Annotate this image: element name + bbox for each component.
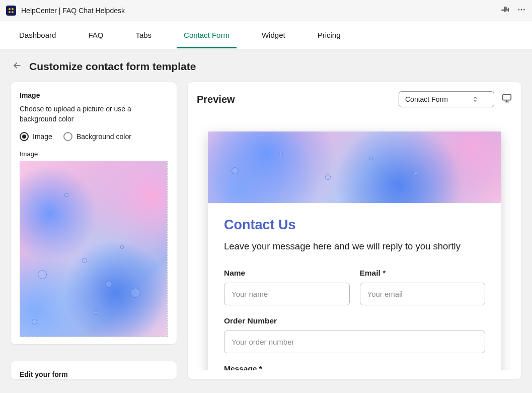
contact-form-preview: Contact Us Leave your message here and w…: [208, 132, 501, 370]
radio-bg-label: Background color: [77, 133, 131, 141]
form-body: Contact Us Leave your message here and w…: [208, 203, 501, 370]
more-icon[interactable]: [517, 5, 526, 16]
svg-point-1: [12, 8, 14, 10]
radio-image-label: Image: [33, 133, 52, 141]
svg-rect-8: [503, 95, 511, 100]
name-label: Name: [224, 269, 350, 278]
edit-form-card: Edit your form: [10, 361, 177, 380]
svg-point-5: [518, 9, 519, 10]
back-icon[interactable]: [12, 60, 22, 73]
topbar-left: HelpCenter | FAQ Chat Helpdesk: [6, 6, 125, 16]
tab-widget[interactable]: Widget: [255, 22, 292, 48]
preview-scroll[interactable]: Contact Us Leave your message here and w…: [197, 116, 512, 370]
section-title: Image: [20, 91, 168, 99]
form-sub: Leave your message here and we will repl…: [224, 240, 485, 253]
image-settings-card: Image Choose to upload a picture or use …: [10, 82, 177, 345]
form-row: Message *: [224, 364, 485, 370]
svg-point-3: [12, 11, 14, 13]
name-field-wrap: Name: [224, 269, 350, 305]
upload-label: Image: [20, 150, 168, 158]
order-input[interactable]: [224, 331, 485, 353]
tab-faq[interactable]: FAQ: [81, 22, 110, 48]
order-field-wrap: Order Number: [224, 316, 485, 353]
form-row: Name Email *: [224, 269, 485, 305]
image-decorative-bubbles: [20, 161, 167, 337]
pin-icon[interactable]: [501, 5, 510, 16]
select-chevron-icon: [472, 96, 479, 103]
message-field-wrap: Message *: [224, 364, 485, 370]
svg-point-6: [521, 9, 522, 10]
app-logo: [6, 6, 16, 16]
radio-image[interactable]: Image: [20, 132, 52, 141]
radio-dot-icon: [20, 132, 29, 141]
email-field-wrap: Email *: [360, 269, 486, 305]
tab-dashboard[interactable]: Dashboard: [12, 22, 63, 48]
image-mode-radio-group: Image Background color: [20, 132, 168, 141]
content: Image Choose to upload a picture or use …: [0, 82, 532, 390]
left-column: Image Choose to upload a picture or use …: [10, 82, 177, 380]
svg-point-7: [523, 9, 525, 10]
email-label: Email *: [360, 269, 486, 278]
section-subtitle: Choose to upload a picture or use a back…: [20, 104, 168, 124]
radio-background-color[interactable]: Background color: [63, 132, 131, 141]
topbar: HelpCenter | FAQ Chat Helpdesk: [0, 0, 532, 21]
section-title: Edit your form: [20, 370, 168, 378]
form-row: Order Number: [224, 316, 485, 353]
image-upload-box[interactable]: [20, 161, 168, 337]
preview-card: Preview Contact Form: [187, 82, 522, 380]
tabs-bar: Dashboard FAQ Tabs Contact Form Widget P…: [0, 21, 532, 49]
topbar-right: [501, 5, 526, 16]
tab-contact-form[interactable]: Contact Form: [177, 22, 237, 48]
name-input[interactable]: [224, 283, 350, 305]
desktop-device-icon[interactable]: [501, 93, 512, 106]
svg-point-2: [9, 11, 11, 13]
app-title: HelpCenter | FAQ Chat Helpdesk: [21, 7, 125, 15]
form-heading: Contact Us: [224, 217, 485, 233]
page-title: Customize contact form template: [29, 60, 196, 73]
form-hero-image: [208, 132, 501, 203]
page-header: Customize contact form template: [0, 49, 532, 82]
preview-title: Preview: [197, 94, 235, 105]
radio-empty-icon: [63, 132, 72, 141]
message-label: Message *: [224, 364, 485, 370]
svg-point-0: [9, 8, 11, 10]
preview-head: Preview Contact Form: [197, 91, 512, 107]
order-label: Order Number: [224, 316, 485, 325]
tab-pricing[interactable]: Pricing: [311, 22, 348, 48]
email-input[interactable]: [360, 283, 486, 305]
preview-page-select[interactable]: Contact Form: [399, 91, 494, 107]
preview-select-value: Contact Form: [405, 95, 448, 103]
preview-head-right: Contact Form: [399, 91, 512, 107]
tab-tabs[interactable]: Tabs: [128, 22, 159, 48]
